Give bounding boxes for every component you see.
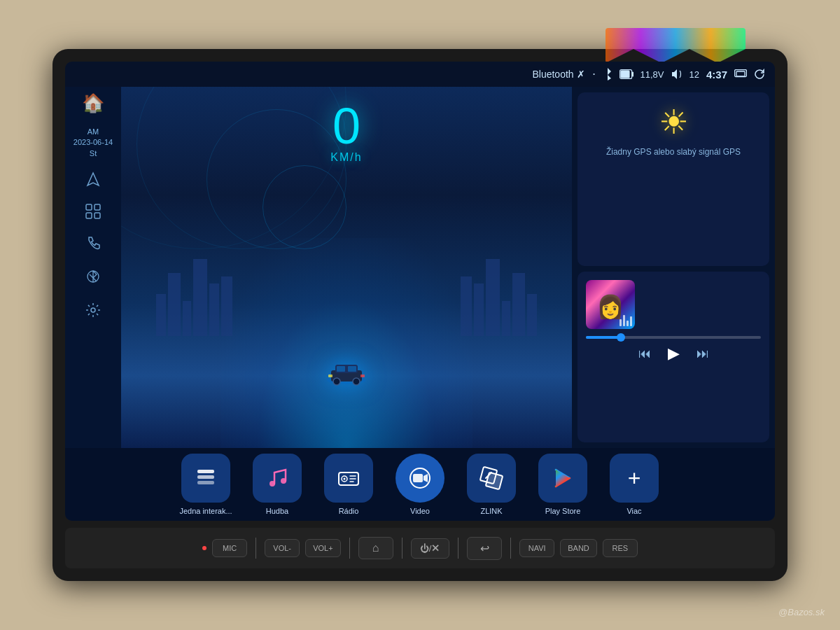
center-area: 0 KM/h	[121, 87, 572, 448]
music-top: 👩	[586, 280, 761, 329]
svg-rect-20	[328, 374, 332, 377]
app-item-radio[interactable]: Rádio	[317, 454, 380, 515]
speed-display: 0 KM/h	[330, 101, 362, 164]
screen: Bluetooth ✗ ⋅ 11,8V 12 4:37 🏠 AM 2023-06…	[65, 62, 775, 521]
svg-rect-34	[413, 474, 423, 482]
speed-number: 0	[330, 101, 362, 151]
svg-rect-17	[348, 366, 356, 372]
clock: 4:37	[706, 69, 727, 80]
music-progress-area: ⏮ ▶ ⏭	[586, 336, 761, 363]
app-item-hudba[interactable]: Hudba	[246, 454, 309, 515]
divider-3	[402, 538, 402, 559]
battery-voltage: 11,8V	[640, 69, 664, 80]
sun-icon: ☀	[659, 102, 689, 141]
navigate-icon[interactable]	[86, 172, 100, 191]
bluetooth-sidebar-icon[interactable]	[87, 268, 99, 289]
app-icon-jedna	[181, 454, 230, 503]
prev-button[interactable]: ⏮	[638, 346, 651, 361]
mic-button[interactable]: MIC	[212, 539, 247, 557]
progress-dot	[617, 333, 625, 342]
svg-rect-16	[337, 366, 345, 372]
gps-text: Žiadny GPS alebo slabý signál GPS	[606, 147, 741, 157]
svg-rect-6	[94, 204, 100, 210]
divider-5	[510, 538, 511, 559]
next-button[interactable]: ⏭	[696, 346, 709, 361]
app-item-zlink[interactable]: ZLINK	[460, 454, 523, 515]
play-button[interactable]: ▶	[668, 344, 680, 363]
battery-icon	[620, 69, 634, 79]
hardware-buttons-bar: MIC VOL- VOL+ ⌂ ⏻/✕ ↩ NAVI BAND RES	[65, 528, 775, 568]
svg-rect-5	[86, 204, 92, 210]
app-icon-playstore	[538, 454, 587, 503]
divider-1	[255, 538, 256, 559]
svg-rect-24	[197, 481, 214, 484]
svg-point-26	[281, 478, 286, 484]
main-content: 🏠 AM 2023-06-14 St	[65, 87, 775, 448]
divider-4	[458, 538, 458, 559]
svg-point-18	[333, 378, 340, 385]
app-item-jedna[interactable]: Jedna interak...	[174, 454, 237, 515]
app-label-hudba: Hudba	[266, 507, 288, 515]
apps-grid-icon[interactable]	[85, 204, 101, 223]
app-icon-radio	[324, 454, 373, 503]
back-hw-button[interactable]: ↩	[467, 537, 502, 560]
sidebar-date: AM 2023-06-14 St	[74, 127, 113, 159]
app-label-video: Video	[410, 507, 430, 515]
res-button[interactable]: RES	[603, 539, 638, 557]
home-hw-button[interactable]: ⌂	[358, 537, 393, 559]
app-item-playstore[interactable]: Play Store	[531, 454, 594, 515]
multiscreen-icon	[734, 69, 747, 79]
wires	[606, 28, 746, 63]
band-button[interactable]: BAND	[560, 539, 597, 557]
app-label-zlink: ZLINK	[480, 507, 502, 515]
music-thumbnail: 👩	[586, 280, 635, 329]
app-label-radio: Rádio	[339, 507, 359, 515]
car-icon	[326, 360, 368, 392]
settings-icon[interactable]	[85, 302, 102, 323]
app-icon-zlink	[467, 454, 516, 503]
svg-rect-1	[631, 72, 633, 76]
app-label-viac: Viac	[626, 507, 641, 515]
vol-plus-button[interactable]: VOL+	[305, 539, 340, 557]
power-button[interactable]: ⏻/✕	[411, 538, 450, 559]
svg-rect-2	[621, 71, 629, 78]
progress-fill	[586, 336, 621, 339]
right-panel: ☀ Žiadny GPS alebo slabý signál GPS 👩	[572, 87, 775, 448]
svg-point-10	[91, 308, 95, 312]
svg-rect-21	[360, 374, 365, 377]
svg-point-29	[344, 478, 346, 480]
sidebar: 🏠 AM 2023-06-14 St	[65, 87, 121, 448]
svg-point-19	[353, 378, 360, 385]
bluetooth-icon	[603, 68, 612, 80]
app-label-jedna: Jedna interak...	[179, 507, 232, 515]
svg-rect-4	[736, 71, 745, 76]
volume-icon	[671, 69, 682, 80]
app-item-viac[interactable]: + Viac	[603, 454, 666, 515]
svg-rect-22	[197, 470, 214, 473]
speed-unit: KM/h	[330, 151, 362, 164]
apps-bar: Jedna interak... Hudba	[65, 448, 775, 521]
phone-icon[interactable]	[86, 236, 100, 255]
svg-rect-23	[197, 475, 214, 479]
music-controls: ⏮ ▶ ⏭	[586, 344, 761, 363]
progress-bar[interactable]	[586, 336, 761, 339]
app-label-playstore: Play Store	[545, 507, 581, 515]
watermark: @Bazos.sk	[778, 607, 825, 617]
vol-minus-button[interactable]: VOL-	[265, 539, 300, 557]
bluetooth-icon: Bluetooth ✗	[532, 69, 584, 80]
volume-level: 12	[690, 69, 699, 80]
gps-widget: ☀ Žiadny GPS alebo slabý signál GPS	[578, 92, 769, 266]
divider-2	[349, 538, 350, 559]
svg-rect-8	[94, 213, 100, 218]
svg-point-25	[270, 481, 275, 486]
app-icon-video	[396, 454, 444, 503]
svg-rect-7	[86, 213, 92, 218]
navi-button[interactable]: NAVI	[519, 539, 554, 557]
app-item-video[interactable]: Video	[388, 454, 451, 515]
status-bar: Bluetooth ✗ ⋅ 11,8V 12 4:37	[65, 62, 775, 87]
home-sidebar-icon[interactable]: 🏠	[82, 92, 104, 114]
refresh-icon	[754, 69, 765, 80]
music-widget: 👩	[578, 272, 769, 442]
app-icon-viac: +	[610, 454, 659, 503]
bluetooth-status-icon: ⋅	[592, 68, 596, 81]
